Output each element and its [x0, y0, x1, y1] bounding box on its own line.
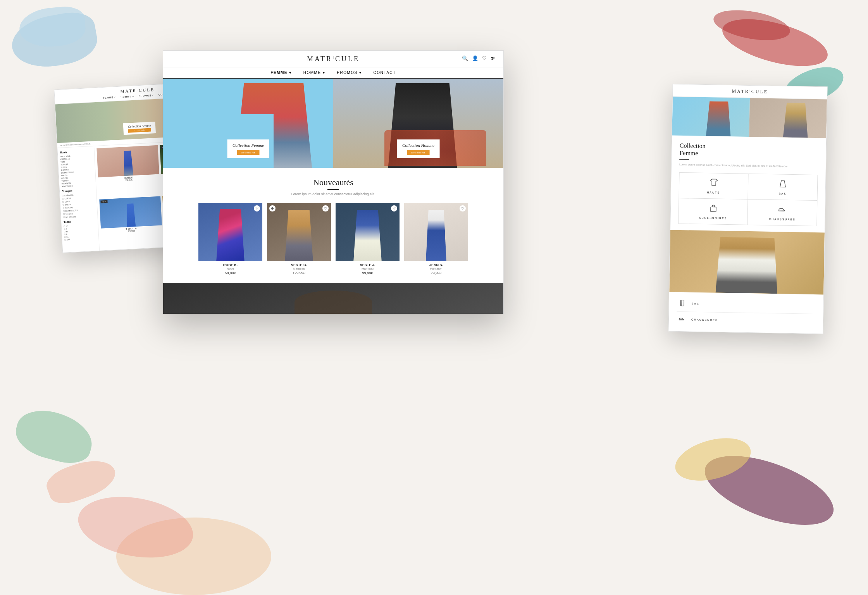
main-nav: FEMME ▾ HOMME ▾ PROMOS ▾ CONTACT	[163, 67, 503, 79]
prod-price-veste-c: 129,99€	[267, 271, 331, 275]
hero-right-label: Collection Homme Découvrir	[397, 139, 440, 158]
bottom-photo	[163, 283, 503, 314]
sidebar-hauts-title: Hauts	[60, 150, 92, 154]
prod-img-veste-j: ♡	[336, 203, 400, 261]
right-model-photo	[669, 230, 825, 294]
bas-icon	[751, 179, 814, 191]
sidebar: Hauts TOUT VOIR CHEMISES TOPS BLOUSE PUL…	[57, 146, 100, 253]
right-logo: MATRᴵCULE	[680, 88, 819, 96]
hero-left-cta[interactable]: Découvrir	[237, 150, 259, 155]
mini-chaussures-icon	[677, 315, 687, 324]
veste-c-figure	[281, 210, 317, 261]
product-card-1[interactable]: ROBE K. 29,99€	[96, 145, 160, 198]
prod-veste-c[interactable]: ♡ ⊕ VESTE C. Manteau 129,99€	[267, 203, 331, 275]
cat-accessoires[interactable]: ACCESSOIRES	[679, 198, 748, 225]
sidebar-brands-title: Marques	[62, 188, 94, 193]
search-icon[interactable]: 🔍	[462, 55, 468, 62]
fav-btn-robe[interactable]: ♡	[254, 205, 260, 212]
main-nav-promos[interactable]: PROMOS ▾	[337, 71, 362, 75]
right-collection-title: CollectionFemme	[679, 142, 818, 159]
prod-img-jean-s: ♡	[404, 203, 468, 261]
prod-name-robe: ROBE K.	[198, 263, 262, 267]
right-collection-info: CollectionFemme Lorem ipsum dolor sit am…	[670, 136, 826, 233]
hauts-icon	[682, 177, 745, 190]
right-hero-woman	[703, 101, 734, 136]
prod-name-veste-j: VESTE J.	[336, 263, 400, 267]
chaussures-label: CHAUSSURES	[751, 217, 814, 221]
main-nav-contact[interactable]: CONTACT	[374, 71, 396, 75]
prod-cat-robe: Robe	[198, 267, 262, 270]
man-hat-figure	[294, 291, 372, 314]
main-nav-homme[interactable]: HOMME ▾	[303, 71, 326, 75]
title-divider	[327, 189, 339, 190]
mini-bas-label: BAS	[692, 303, 699, 305]
accessoires-label: ACCESSOIRES	[682, 216, 744, 220]
right-model-figure	[708, 237, 786, 294]
hero-left-title: Collection Femme	[232, 143, 264, 148]
product-card-3[interactable]: NEW T-SHIRT A. 29,99€	[99, 196, 163, 248]
compare-btn-veste-c[interactable]: ⊕	[269, 205, 276, 212]
right-title-divider	[679, 159, 689, 160]
mini-cat-chaussures[interactable]: CHAUSSURES	[677, 312, 816, 330]
hauts-label: HAUTS	[682, 191, 745, 194]
right-hero-right-img	[749, 98, 827, 138]
fav-btn-veste-c[interactable]: ♡	[322, 205, 329, 212]
main-header: MATRᴵCULE 🔍 👤 ♡ 🛍	[163, 51, 503, 67]
prod-cat-veste-j: Manteau	[336, 267, 400, 270]
svg-rect-2	[680, 300, 684, 306]
fav-btn-veste-j[interactable]: ♡	[391, 205, 397, 212]
nouveautes-title: Nouveautés	[179, 177, 488, 187]
hero-overlay: Collection Femme Découvrir	[123, 122, 156, 135]
right-hero-row	[672, 97, 827, 138]
prod-price-jean-s: 79,99€	[404, 271, 468, 275]
hero-cta[interactable]: Découvrir	[128, 128, 151, 133]
cat-hauts[interactable]: HAUTS	[679, 173, 748, 199]
prod-img-robe: ♡	[198, 203, 262, 261]
main-nav-femme[interactable]: FEMME ▾	[270, 71, 291, 75]
sidebar-sizes-title: Tailles	[64, 219, 95, 224]
chaussures-icon	[751, 204, 814, 217]
prod-name-jean-s: JEAN S.	[404, 263, 468, 267]
prod-jean-s[interactable]: ♡ JEAN S. Pantalon 79,99€	[404, 203, 468, 275]
main-hero: Collection Femme Découvrir Collection Ho…	[163, 79, 503, 168]
figure-3	[125, 203, 137, 227]
cat-bas[interactable]: BAS	[748, 174, 817, 201]
nouveautes-section: Nouveautés Lorem ipsum dolor sit amet co…	[163, 168, 503, 283]
hero-right-panel: Collection Homme Découvrir	[333, 79, 503, 168]
mini-bas-icon	[677, 299, 687, 308]
hero-left-panel: Collection Femme Découvrir	[163, 79, 333, 168]
prod-img-veste-c: ♡ ⊕	[267, 203, 331, 261]
prod-price-robe: 59,99€	[198, 271, 262, 275]
right-collection-desc: Lorem ipsum dolor sit amet, consectetur …	[679, 163, 818, 169]
hero-right-cta[interactable]: Découvrir	[407, 150, 429, 155]
product-img-3: NEW	[99, 196, 162, 228]
nav-homme[interactable]: HOMME ▾	[121, 95, 134, 98]
mini-cat-bas[interactable]: BAS	[677, 296, 816, 314]
user-icon[interactable]: 👤	[472, 55, 478, 62]
screenshot-right: MATRᴵCULE CollectionFemme Lorem ipsum do…	[668, 84, 827, 334]
prod-veste-j[interactable]: ♡ VESTE J. Manteau 99,99€	[336, 203, 400, 275]
screenshots-container: MATRᴵCULE 🔍 👤 ♡ 🛒 FEMME ▾ HOMME ▾ PROMOS…	[0, 0, 868, 595]
nouveautes-products: ♡ ROBE K. Robe 59,99€ ♡ ⊕	[179, 203, 488, 275]
main-logo: MATRᴵCULE	[175, 55, 492, 63]
prod-name-veste-c: VESTE C.	[267, 263, 331, 267]
breadcrumb: Accueil / Collection Femme / Hauts	[60, 143, 91, 146]
prod-robe[interactable]: ♡ ROBE K. Robe 59,99€	[198, 203, 262, 275]
nav-femme[interactable]: FEMME ▾	[103, 96, 116, 99]
category-grid: HAUTS BAS	[678, 172, 818, 226]
prod-cat-jean-s: Pantalon	[404, 267, 468, 270]
bas-label: BAS	[751, 192, 814, 196]
right-hero-woman2	[780, 102, 811, 138]
fav-btn-jean-s[interactable]: ♡	[460, 205, 466, 212]
prod-price-veste-j: 99,99€	[336, 271, 400, 275]
cart-icon[interactable]: 🛍	[491, 55, 496, 62]
nav-promos[interactable]: PROMOS ▾	[139, 94, 154, 97]
figure-silhouette-1	[122, 150, 134, 176]
right-mini-cats: BAS CHAUSSURES	[668, 292, 823, 334]
accessoires-icon	[682, 203, 744, 216]
prod-cat-veste-c: Manteau	[267, 267, 331, 270]
product-img-1	[96, 145, 159, 177]
hero-right-title: Collection Homme	[402, 143, 434, 148]
cat-chaussures[interactable]: CHAUSSURES	[747, 199, 817, 226]
heart-icon[interactable]: ♡	[482, 55, 487, 62]
